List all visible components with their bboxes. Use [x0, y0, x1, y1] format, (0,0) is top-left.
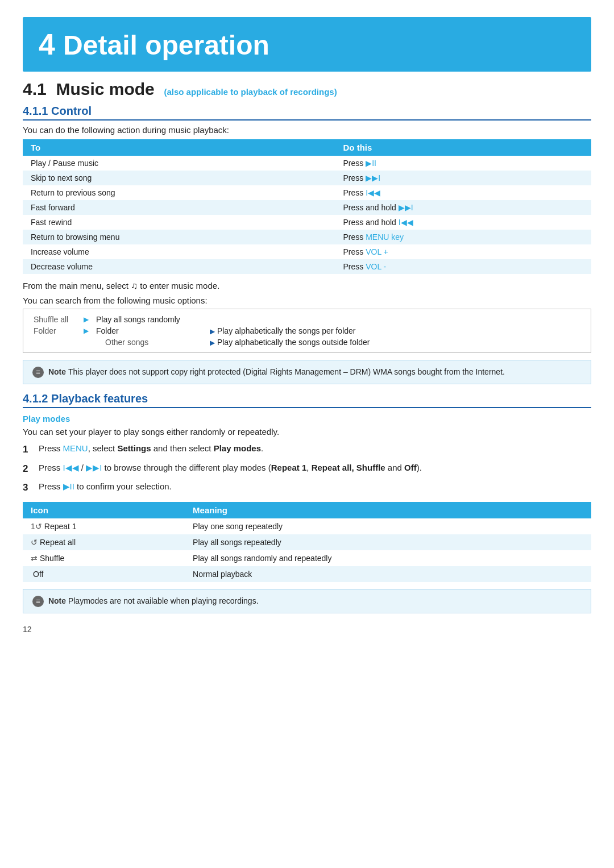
step-3: 3 Press ▶II to confirm your selection. — [23, 480, 591, 495]
table-row: 1↺Repeat 1Play one song repeatedly — [23, 518, 591, 534]
key-label: MENU key — [366, 232, 404, 242]
chapter-title: Detail operation — [63, 30, 269, 60]
step-2-text: Press I◀◀ / ▶▶I to browse through the di… — [39, 462, 591, 475]
note-text-412: Playmodes are not available when playing… — [68, 596, 259, 605]
control-table: To Do this Play / Pause musicPress ▶IISk… — [23, 139, 591, 274]
note-box-412: ≡ Note Playmodes are not available when … — [23, 589, 591, 613]
table-row: Skip to next songPress ▶▶I — [23, 171, 591, 185]
table-row: ↺Repeat allPlay all songs repeatedly — [23, 534, 591, 550]
note-box-411: ≡ Note This player does not support copy… — [23, 360, 591, 384]
other-songs-label: Other songs — [94, 337, 208, 348]
key-label: ▶▶I — [366, 173, 380, 182]
shuffle-arrow: ▶ — [82, 314, 94, 325]
repeatall-bold: Repeat all, — [312, 463, 354, 472]
meaning-cell: Play all songs randomly and repeatedly — [185, 550, 591, 566]
other-songs-text: Play alphabetically the songs outside fo… — [217, 338, 370, 347]
section-41-title: 4.1 Music mode (also applicable to playb… — [23, 80, 591, 99]
meaning-cell: Play one song repeatedly — [185, 518, 591, 534]
section-41: 4.1 Music mode (also applicable to playb… — [23, 80, 591, 99]
table-row: Decrease volumePress VOL - — [23, 259, 591, 274]
step-3-num: 3 — [23, 480, 39, 495]
table-row: OffNormal playback — [23, 566, 591, 582]
do-cell: Press ▶▶I — [335, 171, 592, 185]
playmodes-bold: Play modes — [214, 443, 261, 453]
to-cell: Return to previous song — [23, 185, 335, 200]
do-cell: Press VOL + — [335, 244, 592, 259]
table-row: Fast rewindPress and hold I◀◀ — [23, 215, 591, 230]
icon-name: Repeat 1 — [44, 522, 77, 531]
other-songs-arrow: ▶ — [210, 339, 215, 347]
chapter-number: 4 — [39, 28, 55, 61]
icon-cell: ⇄Shuffle — [23, 550, 185, 566]
table-row: Fast forwardPress and hold ▶▶I — [23, 200, 591, 215]
icon-col-header: Icon — [23, 502, 185, 518]
section-41-subtitle: (also applicable to playback of recordin… — [164, 87, 337, 97]
step-1-text: Press MENU, select Settings and then sel… — [39, 442, 591, 455]
folder-arrow: ▶ — [82, 325, 94, 337]
play-modes-title: Play modes — [23, 414, 591, 423]
icon-name: Shuffle — [40, 554, 64, 563]
chapter-heading: 4 Detail operation — [23, 17, 591, 72]
table-row: Play / Pause musicPress ▶II — [23, 156, 591, 171]
key-label: VOL - — [366, 262, 386, 271]
do-cell: Press and hold ▶▶I — [335, 200, 592, 215]
key-label: I◀◀ — [399, 218, 413, 227]
to-cell: Skip to next song — [23, 171, 335, 185]
col-to: To — [23, 139, 335, 156]
step-1: 1 Press MENU, select Settings and then s… — [23, 442, 591, 457]
section-412-title: 4.1.2 Playback features — [23, 392, 591, 408]
table-row: Increase volumePress VOL + — [23, 244, 591, 259]
shuffle-bold: Shuffle — [356, 463, 385, 472]
do-cell: Press I◀◀ — [335, 185, 592, 200]
icon-glyph: ⇄ — [31, 554, 38, 563]
option-shuffle-all: Shuffle all ▶ Play all songs randomly — [31, 314, 583, 325]
shuffle-value: Play all songs randomly — [94, 314, 208, 325]
to-cell: Fast rewind — [23, 215, 335, 230]
to-cell: Fast forward — [23, 200, 335, 215]
folder-right-text: Play alphabetically the songs per folder — [217, 326, 356, 335]
page-number: 12 — [23, 625, 591, 634]
meaning-col-header: Meaning — [185, 502, 591, 518]
do-cell: Press and hold I◀◀ — [335, 215, 592, 230]
step-3-text: Press ▶II to confirm your selection. — [39, 480, 591, 493]
icon-name: Off — [33, 570, 43, 579]
music-note-icon: ♫ — [131, 281, 138, 290]
to-cell: Return to browsing menu — [23, 230, 335, 244]
control-intro: You can do the following action during m… — [23, 125, 591, 135]
step-1-num: 1 — [23, 442, 39, 457]
note-label-411: Note — [48, 367, 68, 376]
note-icon-411: ≡ — [32, 367, 44, 378]
icon-cell: Off — [23, 566, 185, 582]
do-cell: Press VOL - — [335, 259, 592, 274]
play-modes-intro: You can set your player to play songs ei… — [23, 427, 591, 437]
table-row: ⇄ShufflePlay all songs randomly and repe… — [23, 550, 591, 566]
icon-name: Repeat all — [40, 538, 76, 547]
col-do: Do this — [335, 139, 592, 156]
icon-glyph: 1↺ — [31, 522, 42, 531]
next-key: ▶▶I — [86, 463, 102, 472]
do-cell: Press ▶II — [335, 156, 592, 171]
to-cell: Decrease volume — [23, 259, 335, 274]
note-label-412: Note — [48, 596, 68, 605]
folder-right-arrow: ▶ — [210, 327, 215, 335]
folder-value: Folder — [94, 325, 208, 337]
prev-key: I◀◀ — [63, 463, 79, 472]
step-2-num: 2 — [23, 462, 39, 476]
section-411: 4.1.1 Control You can do the following a… — [23, 105, 591, 384]
menu-key-1: MENU — [63, 443, 88, 453]
settings-bold: Settings — [117, 443, 151, 453]
section-412: 4.1.2 Playback features Play modes You c… — [23, 392, 591, 613]
key-label: ▶II — [366, 159, 376, 168]
icon-cell: ↺Repeat all — [23, 534, 185, 550]
note-icon-412: ≡ — [32, 596, 44, 607]
icon-glyph: ↺ — [31, 538, 38, 547]
option-folder: Folder ▶ Folder ▶ Play alphabetically th… — [31, 325, 583, 337]
key-label: I◀◀ — [366, 188, 380, 197]
confirm-key: ▶II — [63, 481, 74, 491]
step-2: 2 Press I◀◀ / ▶▶I to browse through the … — [23, 462, 591, 476]
key-label: ▶▶I — [399, 203, 413, 212]
meaning-cell: Normal playback — [185, 566, 591, 582]
meaning-cell: Play all songs repeatedly — [185, 534, 591, 550]
steps-list: 1 Press MENU, select Settings and then s… — [23, 442, 591, 495]
key-label: VOL + — [366, 247, 388, 256]
